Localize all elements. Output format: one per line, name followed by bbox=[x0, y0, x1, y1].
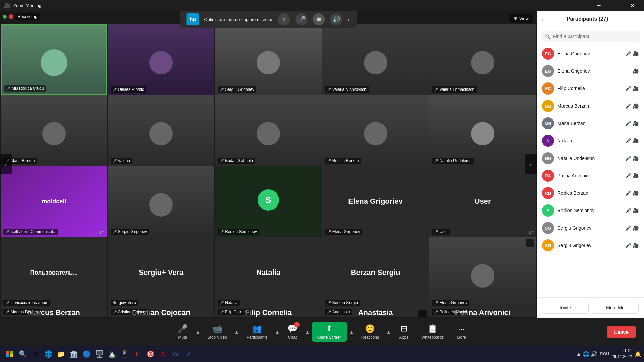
video-status-icon: 🎥 bbox=[633, 51, 639, 56]
taskbar-word-icon[interactable]: W bbox=[170, 348, 182, 360]
apps-toolbar-item[interactable]: ⊞ Apps bbox=[393, 322, 415, 342]
avatar: MB bbox=[542, 100, 554, 112]
reactions-label: Reactions bbox=[361, 335, 379, 340]
taskbar-explorer-icon[interactable]: 📁 bbox=[55, 348, 67, 360]
list-item[interactable]: FC Filip Cornelia 🎤 🎥 bbox=[537, 80, 644, 97]
stop-video-label: Stop Video bbox=[208, 335, 227, 340]
list-item[interactable]: EG Elena Grigoriev 🎤 🎥 bbox=[537, 45, 644, 62]
mic-active-btn[interactable]: 🎤 bbox=[296, 13, 308, 25]
list-item[interactable]: PA Polina Arivonici 🎤 🎥 bbox=[537, 167, 644, 184]
avatar: EG bbox=[542, 48, 554, 60]
invite-button[interactable]: Invite bbox=[542, 302, 589, 314]
three-dot-menu[interactable]: ··· bbox=[418, 310, 427, 317]
taskbar-app6-icon[interactable]: 🏔️ bbox=[106, 348, 118, 360]
taskbar-viber-icon[interactable]: 📱 bbox=[119, 348, 131, 360]
moldcell-logo: moldcell bbox=[1, 166, 107, 237]
nav-next-button[interactable]: › bbox=[525, 154, 537, 174]
video-chevron[interactable]: ▲ bbox=[234, 329, 240, 335]
close-button[interactable]: ✕ bbox=[625, 0, 640, 11]
participants-toolbar-item[interactable]: 👥 Participants bbox=[241, 322, 273, 342]
participants-chevron[interactable]: ▲ bbox=[274, 329, 280, 335]
tray-network-icon[interactable]: 🌐 bbox=[583, 351, 589, 357]
participant-name: 🎤 MD Rodica Crudu bbox=[4, 85, 46, 92]
view-button[interactable]: ⊞ View bbox=[509, 14, 533, 23]
taskbar-zoom-taskbar-icon[interactable]: Z bbox=[182, 348, 195, 360]
taskbar-app5-icon[interactable]: 🖥️ bbox=[93, 348, 105, 360]
notification-icon[interactable]: 🔔 bbox=[635, 351, 641, 357]
minimize-button[interactable]: ─ bbox=[591, 0, 606, 11]
list-item[interactable]: MB Maria Berzan 🎤 🎥 bbox=[537, 115, 644, 132]
stop-video-toolbar-item[interactable]: 📹 Stop Video bbox=[202, 322, 233, 342]
participant-search-input[interactable] bbox=[553, 34, 636, 39]
taskbar-edge-icon[interactable]: 🌐 bbox=[42, 348, 54, 360]
list-item[interactable]: RB Rodica Berzan 🎤 🎥 bbox=[537, 184, 644, 202]
participant-name: 🎤 Пользователь Zoom bbox=[3, 300, 50, 306]
taskbar-task-view[interactable]: ⊟ bbox=[30, 348, 42, 360]
participant-name: 🎤 Rodica Berzan bbox=[325, 158, 361, 164]
collapse-panel-button[interactable]: ‹ bbox=[542, 15, 544, 22]
mute-chevron[interactable]: ▲ bbox=[195, 329, 201, 335]
video-cell: 🎤 Valeria Nichitovschi bbox=[322, 24, 429, 95]
list-item[interactable]: EG Elena Grigoriev 🎥 bbox=[537, 62, 644, 80]
participant-name: 🎤 Cristian Cojocari bbox=[111, 309, 150, 315]
muted-icon: 🎤 bbox=[220, 301, 224, 305]
mute-me-button[interactable]: Mute Me bbox=[592, 302, 639, 314]
video-cell-name: Пользователь... 🎤 Пользователь Zoom bbox=[1, 237, 107, 308]
muted-icon: 🎤 bbox=[434, 159, 438, 163]
participants-count-label: Participants bbox=[247, 335, 268, 340]
toolbar-back-btn[interactable]: ‹ bbox=[348, 16, 350, 23]
list-item[interactable]: MB Marcus Berzan 🎤 🎥 bbox=[537, 97, 644, 115]
muted-icon: 🎤 bbox=[327, 159, 331, 163]
recording-dot-red bbox=[9, 14, 13, 19]
whiteboards-toolbar-item[interactable]: 📋 Whiteboards bbox=[416, 322, 449, 342]
mute-toolbar-item[interactable]: 🎤 Mute bbox=[172, 322, 194, 342]
taskbar-app3-icon[interactable]: 🏛️ bbox=[68, 348, 80, 360]
mute-status-icon: 🎤 bbox=[625, 138, 631, 143]
video-status-icon: 🎥 bbox=[633, 138, 639, 143]
list-item[interactable]: SG Sergiu Grigoriev 🎤 🎥 bbox=[537, 237, 644, 254]
share-screen-toolbar-item[interactable]: ⬆ Share Screen bbox=[312, 322, 347, 342]
taskbar-powerpoint-icon[interactable]: P bbox=[131, 348, 144, 360]
participant-name: 🎤 Icell Zoom Communicat... bbox=[3, 229, 58, 235]
participant-list-name: Sergiu Grigoriev bbox=[557, 225, 622, 231]
share-chevron[interactable]: ▲ bbox=[348, 329, 355, 335]
taskbar-app10-icon[interactable]: A bbox=[157, 348, 169, 360]
participant-name: 🎤 Sergiu Grigoriev bbox=[218, 86, 256, 93]
muted-icon: 🎤 bbox=[327, 88, 331, 92]
system-clock[interactable]: 11:21 26.11.2022 bbox=[612, 348, 632, 360]
more-toolbar-item[interactable]: ··· More bbox=[450, 322, 472, 342]
leave-button[interactable]: Leave bbox=[607, 326, 636, 338]
muted-icon: 🎤 bbox=[327, 230, 331, 234]
list-item[interactable]: S Rodion Semionov 🎤 🎥 bbox=[537, 202, 644, 219]
list-item[interactable]: SG Sergiu Grigoriev 🎤 🎥 bbox=[537, 219, 644, 237]
start-button[interactable] bbox=[3, 347, 16, 361]
more-icon: ··· bbox=[458, 324, 465, 334]
maximize-button[interactable]: □ bbox=[608, 0, 623, 11]
mic-circle-btn[interactable]: ○ bbox=[278, 13, 290, 25]
cell-name-big: Elena Grigoriev bbox=[348, 197, 403, 206]
mic-wave-btn[interactable]: 🔊 bbox=[330, 13, 342, 25]
tray-volume-icon[interactable]: 🔊 bbox=[591, 351, 597, 357]
muted-icon: 🎤 bbox=[434, 310, 438, 314]
list-item[interactable]: NU Natalia Undelemn 🎤 🎥 bbox=[537, 149, 644, 167]
taskbar-app9-icon[interactable]: 🎯 bbox=[144, 348, 156, 360]
taskbar-search[interactable]: 🔍 bbox=[17, 348, 29, 360]
reactions-toolbar-item[interactable]: 😊 Reactions bbox=[356, 322, 384, 342]
chat-toolbar-item[interactable]: 💬1 Chat bbox=[282, 322, 303, 342]
three-dot-menu[interactable]: ··· bbox=[526, 239, 534, 247]
muted-icon: 🎤 bbox=[113, 159, 117, 163]
chat-chevron[interactable]: ▲ bbox=[305, 329, 311, 335]
taskbar-chrome-icon[interactable]: 🔵 bbox=[80, 348, 93, 360]
titlebar-left: 🎥 Zoom Meeting bbox=[4, 2, 41, 9]
chat-icon: 💬1 bbox=[287, 324, 298, 334]
list-item[interactable]: N Natalia 🎤 🎥 bbox=[537, 132, 644, 149]
cell-name-big: Natalia bbox=[256, 268, 280, 277]
reactions-chevron[interactable]: ▲ bbox=[386, 329, 392, 335]
video-cell: 🎤 Natalia Undelemn bbox=[429, 95, 536, 166]
record-btn[interactable]: ⏺ bbox=[313, 13, 325, 25]
video-area: Recording hp Optimizare rată de captare … bbox=[0, 11, 537, 318]
taskbar-right: ▲ 🌐 🔊 ROU 11:21 26.11.2022 🔔 bbox=[576, 348, 641, 360]
nav-prev-button[interactable]: ‹ bbox=[0, 154, 12, 174]
tray-up-arrow[interactable]: ▲ bbox=[576, 351, 581, 357]
participant-list-name: Sergiu Grigoriev bbox=[557, 243, 622, 248]
